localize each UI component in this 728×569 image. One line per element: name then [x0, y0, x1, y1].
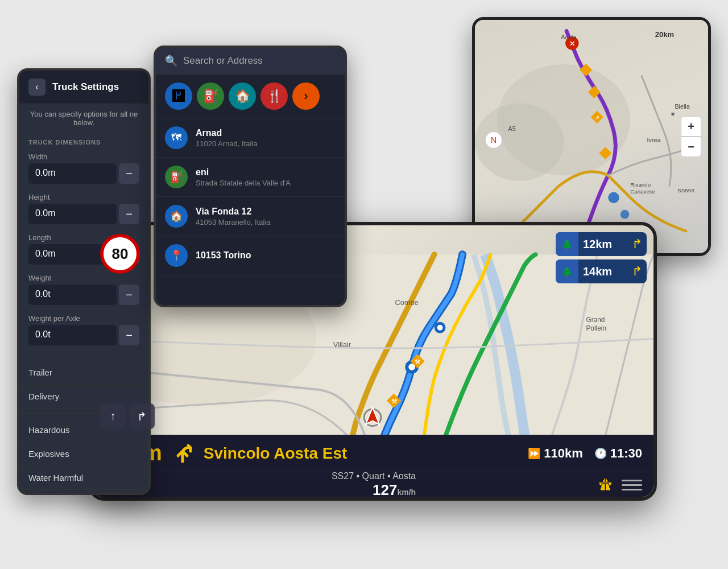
ham-line-1 — [622, 480, 642, 481]
weight-axle-input[interactable]: 0.0t — [28, 325, 117, 345]
svg-text:Aosta: Aosta — [561, 34, 576, 40]
truck-settings-subtitle: You can specify options for all ne below… — [19, 104, 148, 133]
current-speed: 127km/h — [332, 481, 416, 499]
tree-icon-2: 🌲 — [556, 259, 578, 283]
main-map-bottom-sub: ⏱ 🔊 SS27 • Quart • Aosta 127km/h 🛣 — [92, 472, 653, 497]
poi-fuel-button[interactable]: ⛽ — [197, 83, 224, 110]
result-text-3: 10153 Torino — [196, 250, 336, 261]
road-lanes-icon[interactable]: 🛣 — [599, 477, 613, 493]
water-harmful-option[interactable]: Water Harmful — [19, 466, 148, 490]
weight-label: Weight — [28, 274, 139, 282]
svg-text:A5: A5 — [508, 125, 516, 132]
trailer-label: Trailer — [28, 368, 139, 377]
distance-indicator-2: 🌲 14km ↱ — [556, 259, 647, 283]
svg-text:Pollein: Pollein — [586, 324, 606, 332]
height-field: Height 0.0m − — [19, 189, 148, 230]
weight-axle-field: Weight per Axle 0.0t − — [19, 311, 148, 351]
result-icon-0: 🗺 — [165, 126, 188, 149]
svg-text:SS593: SS593 — [677, 187, 694, 193]
result-icon-1: ⛽ — [165, 166, 188, 188]
svg-text:Rivarolo: Rivarolo — [630, 182, 651, 188]
search-result-viafonda[interactable]: 🏠 Via Fonda 12 41053 Maranello, Italia — [156, 197, 345, 236]
result-addr-2: 41053 Maranello, Italia — [196, 218, 336, 226]
result-icon-3: 📍 — [165, 244, 188, 267]
height-input[interactable]: 0.0m — [28, 204, 117, 224]
svg-text:Villair: Villair — [333, 340, 351, 349]
speed-value: 127 — [373, 481, 397, 498]
result-name-0: Arnad — [196, 128, 336, 138]
svg-point-27 — [437, 325, 443, 331]
straight-arrow-button[interactable]: ↑ — [100, 403, 126, 429]
width-field: Width 0.0m − — [19, 149, 148, 189]
turn-arrow-main — [168, 439, 197, 468]
result-addr-0: 11020 Arnad, Italia — [196, 139, 336, 148]
eta-section: ⏩ 110km 🕐 11:30 — [528, 446, 642, 461]
poi-parking-button[interactable]: 🅿 — [165, 83, 192, 110]
truck-settings-title: Truck Settings — [52, 81, 119, 93]
svg-text:Combe: Combe — [395, 298, 419, 307]
poi-home-button[interactable]: 🏠 — [229, 83, 256, 110]
explosives-label: Explosives — [28, 449, 139, 459]
search-result-eni[interactable]: ⛽ eni Strada Statale della Valle d'A — [156, 158, 345, 197]
eta-item: 🕐 11:30 — [594, 446, 642, 461]
speed-unit: km/h — [397, 488, 416, 497]
explosives-option[interactable]: Explosives — [19, 442, 148, 466]
zoom-out-button[interactable]: − — [681, 137, 701, 157]
eta-value: 11:30 — [610, 446, 642, 461]
result-name-1: eni — [196, 167, 336, 178]
route-map-controls: + − — [681, 116, 701, 157]
svg-text:⚒: ⚒ — [415, 358, 420, 365]
height-minus-button[interactable]: − — [119, 204, 139, 224]
width-input[interactable]: 0.0m — [28, 163, 117, 184]
trailer-option[interactable]: Trailer — [19, 361, 148, 385]
height-label: Height — [28, 193, 139, 201]
result-text-0: Arnad 11020 Arnad, Italia — [196, 128, 336, 148]
svg-text:↗: ↗ — [595, 115, 599, 121]
svg-text:Canavese: Canavese — [630, 188, 655, 195]
dist-turn-1: ↱ — [632, 237, 647, 251]
dist-value-2: 14km — [578, 265, 632, 278]
truck-settings-header: ‹ Truck Settings — [19, 71, 148, 104]
road-reference: SS27 • Quart • Aosta 127km/h — [332, 471, 416, 499]
bottom-right-controls: 🛣 — [599, 475, 642, 495]
weight-minus-button[interactable]: − — [119, 284, 139, 305]
weight-axle-label: Weight per Axle — [28, 314, 139, 323]
dist-value-1: 12km — [578, 238, 632, 251]
poi-restaurant-button[interactable]: 🍴 — [260, 83, 288, 110]
menu-button[interactable] — [622, 475, 642, 495]
main-map-bottom-bar: 1.3km Svincolo Aosta Est ⏩ 110km 🕐 11:30 — [92, 435, 653, 497]
main-map-bottom-top: 1.3km Svincolo Aosta Est ⏩ 110km 🕐 11:30 — [92, 435, 653, 472]
tree-icon-1: 🌲 — [556, 232, 578, 256]
total-distance-value: 110km — [544, 446, 583, 461]
width-minus-button[interactable]: − — [119, 163, 139, 184]
distance-indicator-1: 🌲 12km ↱ — [556, 232, 647, 256]
truck-settings-panel: ‹ Truck Settings You can specify options… — [17, 68, 151, 495]
next-street-name: Svincolo Aosta Est — [204, 444, 521, 463]
route-map-svg: ↗ ✕ Aosta A5 Biella Ivrea Rivarolo Canav… — [475, 20, 708, 253]
poi-more-button[interactable]: › — [292, 83, 320, 110]
svg-rect-14 — [672, 113, 675, 116]
compass-rose: N — [485, 131, 502, 149]
distance-indicators: 🌲 12km ↱ 🌲 14km ↱ — [556, 232, 647, 283]
route-distance-label: 20km — [655, 30, 674, 39]
search-result-torino[interactable]: 📍 10153 Torino — [156, 236, 345, 275]
search-result-arnad[interactable]: 🗺 Arnad 11020 Arnad, Italia — [156, 118, 345, 158]
maneuver-arrows: ↑ ↱ — [100, 403, 155, 429]
speed-limit-badge: 80 — [100, 234, 140, 274]
svg-text:✕: ✕ — [569, 40, 575, 47]
back-button[interactable]: ‹ — [28, 79, 46, 96]
road-ref-text: SS27 • Quart • Aosta — [332, 471, 416, 481]
route-map-device: ↗ ✕ Aosta A5 Biella Ivrea Rivarolo Canav… — [472, 17, 711, 256]
divider-1 — [19, 356, 148, 356]
svg-text:Biella: Biella — [675, 103, 689, 110]
search-bar: 🔍 Search or Address — [156, 48, 345, 75]
turn-right-arrow-button[interactable]: ↱ — [129, 403, 155, 429]
zoom-in-button[interactable]: + — [681, 116, 701, 137]
clock-icon: 🕐 — [594, 447, 607, 460]
ham-line-2 — [622, 484, 642, 486]
width-label: Width — [28, 152, 139, 161]
weight-input[interactable]: 0.0t — [28, 284, 117, 305]
weight-axle-minus-button[interactable]: − — [119, 325, 139, 345]
search-input[interactable]: Search or Address — [183, 55, 336, 67]
svg-point-8 — [621, 210, 630, 219]
